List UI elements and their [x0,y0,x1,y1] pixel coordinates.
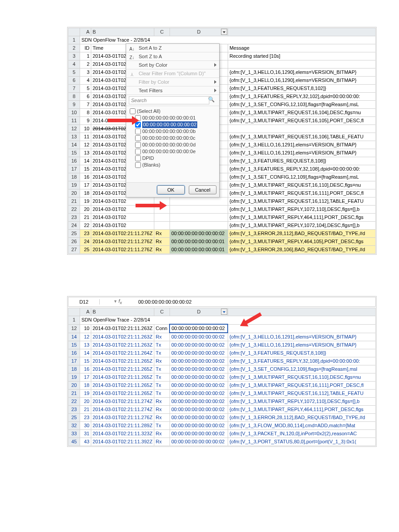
cell[interactable]: Tx [154,390,170,398]
ok-button[interactable]: OK [157,185,185,194]
row-header[interactable]: 15 [68,341,80,349]
row-header[interactable]: 19 [68,181,80,189]
cell[interactable]: {ofm:[V_1_3,FEATURES_REQUEST,8,108]} [228,157,375,165]
cell[interactable]: Rx [154,333,170,341]
sort-by-color[interactable]: Sort by Color [126,61,219,69]
filter-select-all[interactable]: (Select All) [130,108,216,115]
cell[interactable]: 11 [80,133,91,141]
cell[interactable]: 9 [80,117,91,125]
row-header[interactable]: 23 [68,406,80,414]
cell[interactable]: {ofm:[V_1_3,FEATURES_REQUEST,8,102]} [228,85,375,93]
cell[interactable] [154,214,170,222]
row-header[interactable]: 25 [68,414,80,422]
cell[interactable]: Rx [154,414,170,422]
cell[interactable]: 8 [80,109,91,117]
cell[interactable]: 2014-03-01T02:21:11.263Z [91,341,154,349]
cell[interactable] [170,197,228,206]
cell[interactable]: 00:00:00:00:00:00:00:02 [170,390,228,398]
row-header[interactable]: 5 [68,69,80,77]
cell[interactable]: Message [228,44,375,52]
cell[interactable]: 15 [80,357,91,365]
sort-za[interactable]: Z↓Sort Z to A [126,52,219,61]
cell[interactable]: {ofm:[V_1_3,FEATURES_REPLY,32,108],dpid=… [228,357,375,365]
cell[interactable]: 14 [80,157,91,165]
filter-dropdown-icon[interactable] [221,29,227,35]
cell[interactable]: Tx [154,341,170,349]
cell[interactable] [228,324,375,333]
cell[interactable]: 24 [80,238,91,246]
cell[interactable]: 00:00:00:00:00:00:00:02 [170,230,228,238]
cell[interactable]: {ofm:[V_1_3,HELLO,16,1291],elems=VERSION… [228,149,375,157]
cell[interactable]: 2014-03-01T02:21:11.264Z [91,349,154,357]
cell[interactable]: 2014-03-01T02:21:11.265Z [91,390,154,398]
cell[interactable]: 00:00:00:00:00:00:00:02 [170,430,228,438]
cell[interactable]: Rx [154,438,170,446]
row-header[interactable]: 7 [68,85,80,93]
cell[interactable]: 00:00:00:00:00:00:00:01 [170,238,228,246]
cell[interactable]: {ofm:[V_1_3,SET_CONFIG,12,109],flags=[fr… [228,173,375,181]
row-header[interactable]: 3 [68,52,80,60]
cell[interactable]: 15 [80,165,91,173]
cell[interactable]: 22 [80,222,91,230]
col-header-c[interactable]: C [154,308,170,316]
filter-values-list[interactable]: (Select All) 00:00:00:00:00:00:00:0100:0… [126,106,219,182]
cell[interactable]: 17 [80,181,91,189]
cell[interactable]: 25 [80,246,91,254]
row-header[interactable]: 12 [68,125,80,133]
cell[interactable]: 20 [80,206,91,214]
cell[interactable]: 2014-03-01T02 [91,222,154,230]
cell[interactable]: 6 [80,93,91,101]
cell[interactable]: {ofm:[V_1_3,FEATURES_REPLY,32,102],dpid=… [228,93,375,101]
row-header[interactable]: 14 [68,141,80,149]
row-header[interactable]: 8 [68,93,80,101]
cell[interactable]: 20 [80,398,91,406]
row-header[interactable]: 24 [68,222,80,230]
cell[interactable]: 18 [80,189,91,197]
cell[interactable]: Conn [154,324,170,333]
filter-item[interactable]: 00:00:00:00:00:00:00:0e [130,148,216,155]
cell[interactable]: 21 [80,214,91,222]
cell[interactable]: 2014-03-01T02 [91,214,154,222]
row-header[interactable]: 32 [68,422,80,430]
cell[interactable]: 16 [80,365,91,373]
filter-item[interactable]: (Blanks) [130,162,216,168]
cell[interactable]: 00:00:00:00:00:00:00:02 [170,414,228,422]
cell[interactable]: Tx [154,382,170,390]
select-all-corner[interactable] [68,28,80,36]
cell[interactable]: 3 [80,69,91,77]
cell[interactable]: 00:00:00:00:00:00:00:01 [170,246,228,254]
cell[interactable]: 23 [80,414,91,422]
cell[interactable] [170,214,228,222]
cell[interactable]: {ofm:[V_1_3,HELLO,16,1291],elems=VERSION… [228,333,375,341]
row-header[interactable]: 19 [68,373,80,382]
cell[interactable]: Rx [154,398,170,406]
cell[interactable]: {ofm:[V_1_3,SET_CONFIG,12,109],flags=[fr… [228,365,375,373]
cell[interactable]: {ofm:[V_1_3,FLOW_MOD,80,114],cmd=ADD,mat… [228,422,375,430]
cell[interactable]: 12 [80,141,91,149]
row-header[interactable]: 12 [68,324,80,333]
cell[interactable]: {ofm:[V_1_3,MULTIPART_REPLY,1072,104],DE… [228,222,375,230]
filter-item[interactable]: 00:00:00:00:00:00:00:0c [130,135,216,142]
cell[interactable]: {ofm:[V_1_3,HELLO,16,1291],elems=VERSION… [228,341,375,349]
row-header[interactable]: 1 [68,36,80,44]
cell[interactable]: 2 [80,60,91,69]
sheet-title[interactable]: SDN OpenFlow Trace - 2/28/14 [80,316,376,325]
cell[interactable]: {ofm:[V_1_3,MULTIPART_REQUEST,16,110],DE… [228,373,375,382]
cell[interactable]: 13 [80,341,91,349]
cell[interactable]: 00:00:00:00:00:00:00:02 [170,382,228,390]
cancel-button[interactable]: Cancel [189,185,216,194]
cell[interactable]: 21 [80,406,91,414]
cell[interactable]: 10 [80,324,91,333]
cell[interactable]: 2014-03-01T02:21:11.263Z [91,333,154,341]
row-header[interactable]: 10 [68,109,80,117]
cell[interactable]: 2014-03-01T02:21:11.265Z [91,382,154,390]
cell[interactable]: {ofm:[V_1_3,FEATURES_REQUEST,8,108]} [228,349,375,357]
cell[interactable]: {ofm:[V_1_3,MULTIPART_REQUEST,16,104],DE… [228,109,375,117]
col-header-e[interactable] [228,28,375,36]
row-header[interactable]: 9 [68,101,80,109]
cell[interactable]: 13 [80,149,91,157]
cell[interactable]: 2014-03-01T02:21:11.289Z [91,422,154,430]
cell[interactable]: Tx [154,422,170,430]
row-header[interactable]: 18 [68,173,80,181]
row-header[interactable]: 16 [68,157,80,165]
